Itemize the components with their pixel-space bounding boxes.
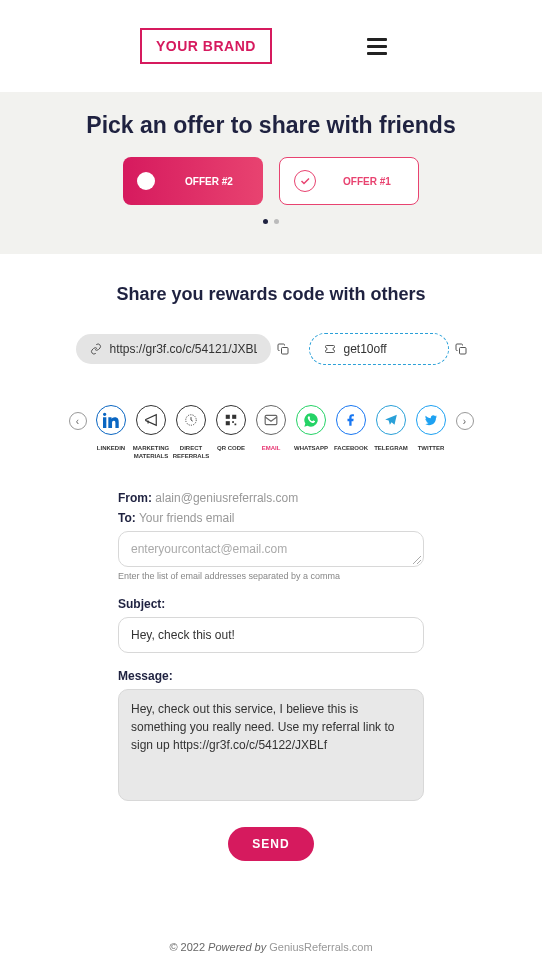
- offer-section: Pick an offer to share with friends OFFE…: [0, 92, 542, 254]
- referral-code-pill[interactable]: get10off: [309, 333, 449, 365]
- channel-telegram[interactable]: TELEGRAM: [373, 405, 410, 461]
- dot[interactable]: [274, 219, 279, 224]
- copy-icon[interactable]: [277, 343, 289, 355]
- to-hint-text: Your friends email: [139, 511, 235, 525]
- carousel-dots: [0, 219, 542, 224]
- direct-icon: [176, 405, 206, 435]
- twitter-icon: [416, 405, 446, 435]
- svg-rect-5: [226, 421, 230, 425]
- channel-label: FACEBOOK: [334, 445, 368, 453]
- footer: © 2022 Powered by GeniusReferrals.com: [0, 881, 542, 964]
- channel-linkedin[interactable]: LINKEDIN: [93, 405, 130, 461]
- channel-whatsapp[interactable]: WHATSAPP: [293, 405, 330, 461]
- channel-label: DIRECT REFERRALS: [173, 445, 210, 461]
- offer-label: OFFER #2: [169, 176, 249, 187]
- channel-label: QR CODE: [217, 445, 245, 453]
- channel-label: WHATSAPP: [294, 445, 328, 453]
- channel-twitter[interactable]: TWITTER: [413, 405, 450, 461]
- svg-rect-6: [232, 421, 234, 423]
- channel-direct[interactable]: DIRECT REFERRALS: [173, 405, 210, 461]
- marketing-icon: [136, 405, 166, 435]
- channel-label: TWITTER: [418, 445, 445, 453]
- qr-icon: [216, 405, 246, 435]
- resize-handle-icon: [413, 556, 421, 564]
- whatsapp-icon: [296, 405, 326, 435]
- referral-code-text: get10off: [344, 342, 434, 356]
- offer-card-1[interactable]: OFFER #1: [279, 157, 419, 205]
- svg-rect-0: [281, 348, 288, 355]
- linkedin-icon: [96, 405, 126, 435]
- subject-input[interactable]: [118, 617, 424, 653]
- svg-rect-3: [226, 415, 230, 419]
- link-icon: [90, 343, 102, 355]
- channel-label: TELEGRAM: [374, 445, 408, 453]
- referral-url-text: https://gr3f.co/c/54121/JXBLf: [110, 342, 257, 356]
- channel-marketing[interactable]: MARKETING MATERIALS: [133, 405, 170, 461]
- channels-next-button[interactable]: ›: [456, 412, 474, 430]
- to-hint: Enter the list of email addresses separa…: [118, 571, 424, 581]
- channels-prev-button[interactable]: ‹: [69, 412, 87, 430]
- message-label: Message:: [118, 669, 424, 683]
- radio-check-icon: [294, 170, 316, 192]
- svg-rect-1: [459, 348, 466, 355]
- facebook-icon: [336, 405, 366, 435]
- footer-link[interactable]: GeniusReferrals.com: [269, 941, 372, 953]
- svg-rect-4: [232, 415, 236, 419]
- channel-label: LINKEDIN: [97, 445, 125, 453]
- copy-icon[interactable]: [455, 343, 467, 355]
- svg-rect-8: [265, 415, 277, 424]
- from-line: From: alain@geniusreferrals.com: [118, 491, 424, 505]
- brand-logo: YOUR BRAND: [140, 28, 272, 64]
- offer-label: OFFER #1: [330, 176, 404, 187]
- svg-rect-7: [235, 424, 237, 426]
- ticket-icon: [324, 343, 336, 355]
- to-email-input[interactable]: [118, 531, 424, 567]
- referral-url-pill[interactable]: https://gr3f.co/c/54121/JXBLf: [76, 334, 271, 364]
- channel-label: EMAIL: [262, 445, 281, 453]
- message-textarea[interactable]: [118, 689, 424, 801]
- channel-qr[interactable]: QR CODE: [213, 405, 250, 461]
- subject-label: Subject:: [118, 597, 424, 611]
- share-title: Share you rewards code with others: [68, 284, 474, 305]
- channel-facebook[interactable]: FACEBOOK: [333, 405, 370, 461]
- from-email: alain@geniusreferrals.com: [155, 491, 298, 505]
- dot[interactable]: [263, 219, 268, 224]
- menu-icon[interactable]: [367, 38, 387, 55]
- radio-selected-icon: [137, 172, 155, 190]
- to-line: To: Your friends email: [118, 511, 424, 525]
- channel-email[interactable]: EMAIL: [253, 405, 290, 461]
- offer-title: Pick an offer to share with friends: [0, 112, 542, 139]
- channel-label: MARKETING MATERIALS: [133, 445, 169, 461]
- offer-card-2[interactable]: OFFER #2: [123, 157, 263, 205]
- email-icon: [256, 405, 286, 435]
- send-button[interactable]: SEND: [228, 827, 313, 861]
- telegram-icon: [376, 405, 406, 435]
